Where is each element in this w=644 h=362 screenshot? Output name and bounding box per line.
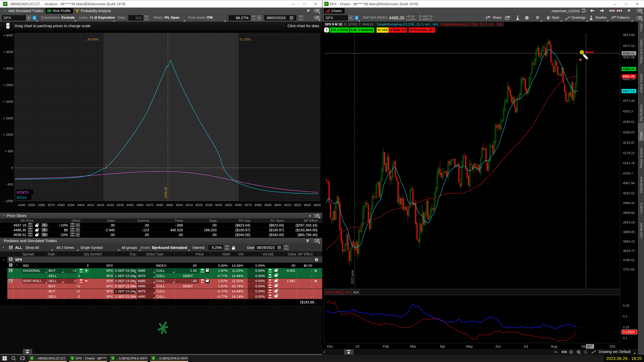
svg-text:4293.51: 4293.51 [623,120,635,124]
svg-text:4590: 4590 [264,203,272,207]
svg-text:23: 23 [355,344,359,348]
svg-text:N/A: N/A [345,290,351,294]
svg-text:1: 1 [508,16,510,18]
svg-text:9/2/23: 9/2/23 [17,196,26,200]
svg-text:4546.01: 4546.01 [623,52,634,55]
svg-text:4531.58: 4531.58 [623,55,635,59]
svg-text:4520: 4520 [195,203,203,207]
svg-text:0.12824: 0.12824 [623,330,635,334]
svg-text:4340: 4340 [18,203,25,207]
svg-text:3995.42: 3995.42 [623,201,635,205]
svg-text:Apr: Apr [440,344,445,348]
svg-text:4620: 4620 [294,203,301,207]
svg-text:N/A: N/A [353,290,359,294]
svg-text:4360: 4360 [38,203,45,207]
svg-text:3854.23: 3854.23 [623,240,635,243]
svg-text:Jul: Jul [524,344,528,348]
svg-text:+ 500: + 500 [5,149,13,153]
svg-text:4610: 4610 [284,203,291,207]
svg-text:4572.53: 4572.53 [623,44,635,48]
svg-text:- 500: - 500 [6,183,13,186]
svg-text:+ 1500: + 1500 [3,116,13,120]
svg-text:4067.94: 4067.94 [623,181,635,185]
svg-text:4580: 4580 [254,203,262,207]
svg-text:4500: 4500 [176,203,183,207]
svg-text:- 1000: - 1000 [4,199,13,203]
svg-text:4370: 4370 [48,203,55,207]
svg-text:4613.84: 4613.84 [623,33,635,37]
svg-text:3785.52: 3785.52 [623,258,635,262]
svg-text:4350: 4350 [28,203,35,207]
svg-text:4179.21: 4179.21 [623,151,635,155]
svg-text:4530: 4530 [205,203,213,207]
svg-text:+ 1000: + 1000 [3,133,13,137]
svg-text:0.1: 0.1 [623,336,627,340]
svg-text:4216.97: 4216.97 [623,141,635,145]
svg-text:Jun: Jun [495,344,501,348]
svg-text:+ 3500: + 3500 [3,50,13,54]
svg-text:+ 4000: + 4000 [3,33,13,37]
svg-text:51.20%...: 51.20%... [239,37,253,41]
svg-text:0: 0 [11,166,13,170]
svg-text:4031.52: 4031.52 [623,191,635,195]
svg-text:4488.34: 4488.34 [623,67,634,71]
svg-text:Feb: Feb [383,344,389,348]
svg-text:8/29/23: 8/29/23 [17,190,28,194]
svg-text:3889.05: 3889.05 [623,230,635,234]
svg-text:4460: 4460 [136,203,144,207]
svg-text:4407.14: 4407.14 [623,89,634,93]
svg-text:4255.07: 4255.07 [623,130,635,134]
svg-text:May: May [466,344,473,348]
svg-text:4570: 4570 [245,203,252,207]
svg-text:4490: 4490 [166,203,173,207]
svg-text:...48.80%: ...48.80% [85,37,99,41]
svg-text:4470: 4470 [146,203,153,207]
svg-text:4332.3: 4332.3 [623,109,633,113]
svg-text:IVHV (300): IVHV (300) [325,290,342,294]
svg-text:0.15: 0.15 [623,325,629,329]
svg-text:4440: 4440 [116,203,124,207]
svg-text:+ 2000: + 2000 [3,100,13,104]
svg-text:4480: 4480 [156,203,163,207]
svg-text:2022 year: 2022 year [350,270,354,284]
svg-text:3751.62: 3751.62 [623,267,635,271]
svg-text:Oct: Oct [610,344,615,348]
svg-text:+ 2500: + 2500 [3,83,13,87]
svg-text:3924.19: 3924.19 [623,220,635,224]
svg-text:4450: 4450 [127,203,134,207]
svg-text:4461.29: 4461.29 [623,74,634,78]
svg-text:Mar: Mar [410,344,416,348]
svg-text:4550: 4550 [225,203,232,207]
svg-text:+ 3000: + 3000 [3,67,13,70]
svg-text:0.25: 0.25 [623,304,629,307]
svg-text:4510: 4510 [185,203,193,207]
svg-text:4390: 4390 [67,203,75,207]
svg-text:4400: 4400 [77,203,85,207]
svg-text:4600: 4600 [274,203,281,207]
svg-text:4371.44: 4371.44 [623,99,635,103]
svg-text:9/7: 9/7 [587,344,592,348]
svg-text:4540: 4540 [215,203,222,207]
svg-text:4430: 4430 [107,203,114,207]
svg-text:Aug: Aug [551,344,557,348]
svg-text:3959.64: 3959.64 [623,211,635,215]
svg-text:4640: 4640 [313,203,321,207]
svg-text:0.2: 0.2 [623,314,627,318]
svg-text:4630: 4630 [304,203,311,207]
svg-text:4488.35: 4488.35 [164,187,168,198]
svg-text:3819.72: 3819.72 [623,249,635,253]
svg-text:Dec: Dec [327,344,333,348]
svg-text:4410: 4410 [87,203,94,207]
svg-text:4420: 4420 [97,203,104,207]
svg-text:4380: 4380 [58,203,65,207]
svg-text:4141.78: 4141.78 [623,161,635,165]
svg-text:4560: 4560 [235,203,242,207]
svg-text:4104.7: 4104.7 [623,171,633,175]
